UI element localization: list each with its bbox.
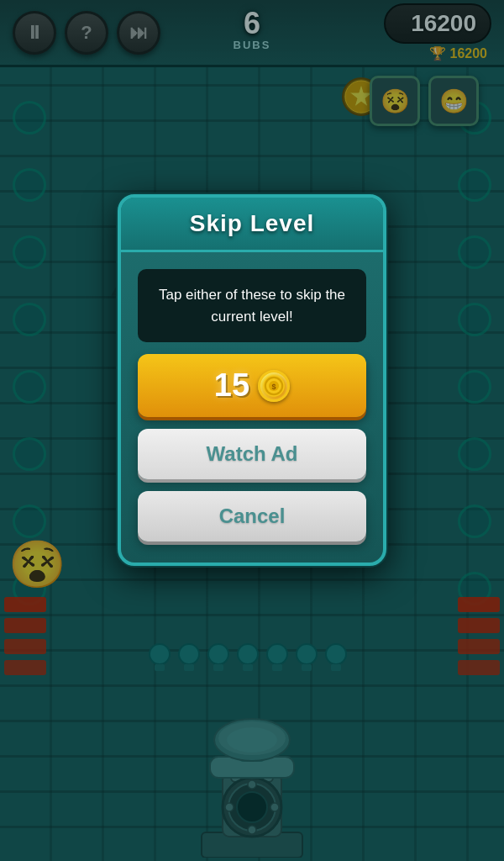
coin-icon: $ <box>258 370 290 402</box>
cost-number: 15 <box>214 367 249 404</box>
modal-overlay: Skip Level Tap either of these to skip t… <box>0 0 504 861</box>
modal-title: Skip Level <box>138 210 366 237</box>
svg-text:$: $ <box>272 383 276 391</box>
modal-description-text: Tap either of these to skip the current … <box>155 284 349 327</box>
coin-svg: $ <box>263 375 285 397</box>
cancel-button[interactable]: Cancel <box>138 491 366 541</box>
modal-title-bar: Skip Level <box>121 198 383 252</box>
modal-body: Tap either of these to skip the current … <box>121 252 383 563</box>
watch-ad-label: Watch Ad <box>207 442 298 465</box>
cancel-label: Cancel <box>219 504 286 527</box>
modal-description-box: Tap either of these to skip the current … <box>138 269 366 342</box>
skip-level-modal: Skip Level Tap either of these to skip t… <box>118 194 386 566</box>
watch-ad-button[interactable]: Watch Ad <box>138 429 366 479</box>
cost-skip-button[interactable]: 15 $ <box>138 354 366 417</box>
